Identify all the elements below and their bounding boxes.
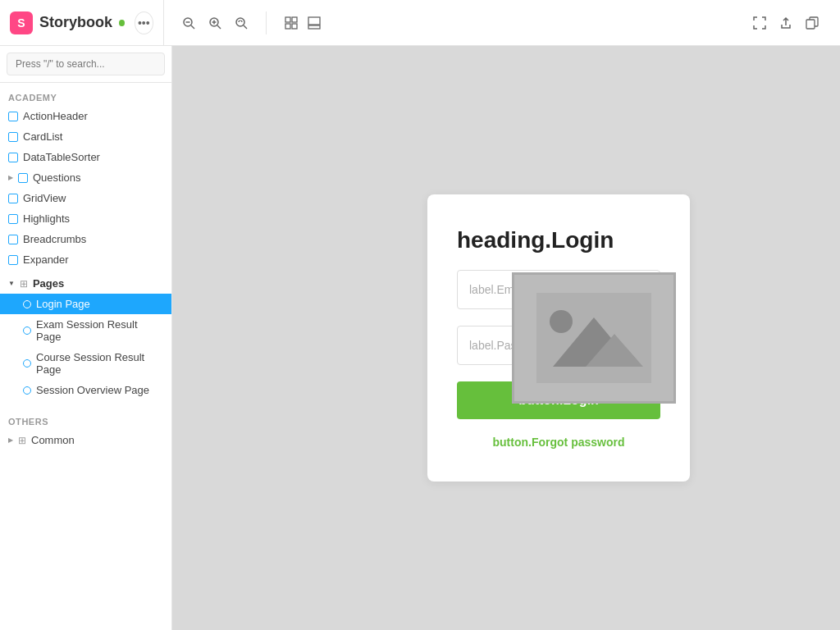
sidebar-item-label: Breadcrumbs <box>23 233 86 245</box>
share-button[interactable] <box>774 11 797 34</box>
main-layout: ACADEMY ActionHeader CardList DataTableS… <box>0 46 840 630</box>
toolbar-zoom-controls <box>177 11 267 34</box>
component-icon <box>8 112 18 121</box>
sidebar-item-actionheader[interactable]: ActionHeader <box>0 106 171 126</box>
copy-button[interactable] <box>801 11 824 34</box>
topbar: S Storybook ••• <box>0 0 840 46</box>
svg-line-8 <box>244 25 247 29</box>
image-placeholder <box>512 272 676 404</box>
status-dot <box>119 20 125 26</box>
component-icon <box>8 153 18 162</box>
panel-icon-button[interactable] <box>303 11 326 34</box>
sidebar-item-label: CardList <box>23 130 62 143</box>
ellipsis-icon: ••• <box>138 16 150 30</box>
sidebar-item-label: Questions <box>33 171 81 184</box>
svg-line-1 <box>191 25 194 29</box>
folder-icon: ⊞ <box>20 278 28 290</box>
sidebar-pages-label: Pages <box>33 277 64 290</box>
svg-rect-14 <box>308 25 320 29</box>
zoom-reset-button[interactable] <box>230 11 253 34</box>
topbar-logo: S Storybook ••• <box>10 0 164 45</box>
svg-point-7 <box>236 18 244 26</box>
svg-rect-10 <box>292 17 297 22</box>
zoom-in-button[interactable] <box>203 11 226 34</box>
toolbar <box>171 0 830 45</box>
component-icon <box>18 173 28 183</box>
topbar-menu-button[interactable]: ••• <box>135 11 153 34</box>
story-icon <box>23 359 31 368</box>
sidebar-item-label: Common <box>31 434 75 446</box>
sidebar-item-label: GridView <box>23 192 66 204</box>
folder-icon: ⊞ <box>18 435 26 446</box>
chevron-down-icon: ▼ <box>8 280 15 287</box>
svg-rect-9 <box>285 17 290 22</box>
sidebar-item-label: Login Page <box>36 298 90 310</box>
sidebar: ACADEMY ActionHeader CardList DataTableS… <box>0 46 172 630</box>
forgot-password-button[interactable]: button.Forgot password <box>457 436 660 449</box>
sidebar-item-login-page[interactable]: Login Page <box>0 294 171 314</box>
svg-rect-12 <box>292 24 297 29</box>
story-icon <box>23 326 31 335</box>
sidebar-item-label: Course Session Result Page <box>36 351 163 376</box>
academy-section-header: ACADEMY <box>0 83 171 106</box>
story-icon <box>23 386 31 395</box>
sidebar-item-common[interactable]: ▶ ⊞ Common <box>0 430 171 450</box>
storybook-logo-text: Storybook <box>39 14 112 31</box>
svg-point-23 <box>550 310 573 333</box>
component-icon <box>8 132 18 142</box>
component-icon <box>8 214 18 224</box>
sidebar-search-container <box>0 46 171 83</box>
component-icon <box>8 235 18 244</box>
chevron-right-icon: ▶ <box>8 436 13 444</box>
login-heading: heading.Login <box>457 227 660 253</box>
sidebar-item-exam-session[interactable]: Exam Session Result Page <box>0 314 171 347</box>
sidebar-item-label: Session Overview Page <box>36 384 149 396</box>
svg-rect-11 <box>285 24 290 29</box>
others-section-header: OTHERS <box>0 407 171 430</box>
svg-rect-16 <box>806 20 815 29</box>
svg-rect-13 <box>308 17 320 25</box>
sidebar-item-highlights[interactable]: Highlights <box>0 208 171 229</box>
fullscreen-button[interactable] <box>748 11 771 34</box>
sidebar-item-session-overview[interactable]: Session Overview Page <box>0 380 171 400</box>
svg-line-4 <box>217 25 221 29</box>
sidebar-item-label: Exam Session Result Page <box>36 318 163 343</box>
content-area: heading.Login label.Email label.Password <box>172 46 840 630</box>
toolbar-right-actions <box>748 11 824 34</box>
sidebar-pages-group[interactable]: ▼ ⊞ Pages <box>0 273 171 294</box>
sidebar-item-label: ActionHeader <box>23 110 88 122</box>
sidebar-item-gridview[interactable]: GridView <box>0 188 171 208</box>
chevron-right-icon: ▶ <box>8 174 13 181</box>
sidebar-item-label: DataTableSorter <box>23 151 100 163</box>
zoom-out-button[interactable] <box>177 11 200 34</box>
sidebar-item-breadcrumbs[interactable]: Breadcrumbs <box>0 229 171 249</box>
grid-icon-button[interactable] <box>280 11 303 34</box>
storybook-logo-icon: S <box>10 11 33 34</box>
sidebar-item-label: Highlights <box>23 212 70 225</box>
search-input[interactable] <box>7 52 165 75</box>
component-icon <box>8 255 18 265</box>
sidebar-item-cardlist[interactable]: CardList <box>0 126 171 147</box>
sidebar-item-course-session[interactable]: Course Session Result Page <box>0 347 171 380</box>
sidebar-item-label: Expander <box>23 253 69 266</box>
component-icon <box>8 194 18 203</box>
sidebar-item-questions[interactable]: ▶ Questions <box>0 167 171 188</box>
story-icon <box>23 300 31 308</box>
sidebar-item-datatable[interactable]: DataTableSorter <box>0 147 171 167</box>
sidebar-item-expander[interactable]: Expander <box>0 249 171 270</box>
